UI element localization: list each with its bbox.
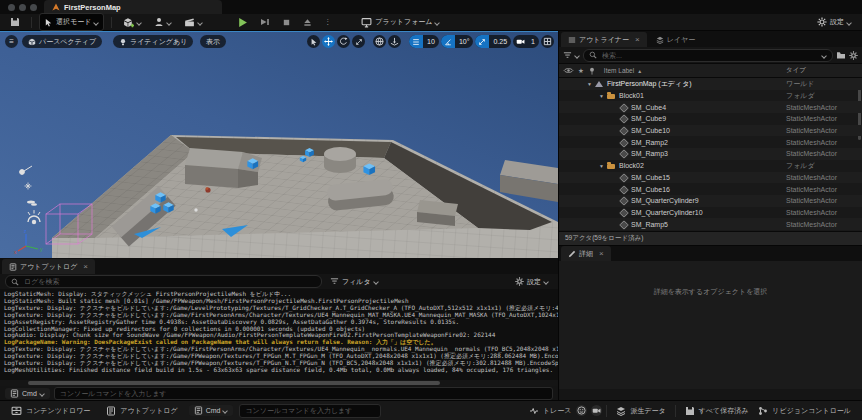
add-actor-button[interactable] <box>119 15 146 30</box>
pin-icon[interactable] <box>588 67 596 75</box>
camera-speed-value[interactable]: 1 <box>527 38 539 45</box>
statusbar-console-input[interactable] <box>239 404 381 418</box>
outliner-row[interactable]: ▼ SM_Cube15 StaticMeshActor <box>559 172 862 184</box>
view-mode-dropdown[interactable]: ライティングあり <box>113 35 193 48</box>
outliner-row[interactable]: ▼ SM_QuarterCylinder10 StaticMeshActor <box>559 207 862 219</box>
level-viewport[interactable]: z x y ≡ パースペクティブ ライティングあり 表示 10 10° <box>0 31 558 258</box>
outliner-search-box[interactable] <box>583 49 833 62</box>
derived-data-button[interactable]: 派生データ <box>611 401 670 420</box>
chevron-down-icon[interactable] <box>575 53 580 58</box>
play-button[interactable] <box>233 15 252 30</box>
tab-outliner[interactable]: アウトライナー × <box>561 32 647 47</box>
trace-button[interactable]: トレース <box>524 401 577 420</box>
outliner-row[interactable]: ▼ SM_Cube9 StaticMeshActor <box>559 113 862 125</box>
move-tool-button[interactable] <box>322 35 335 48</box>
outliner-row[interactable]: ▼ SM_Ramp2 StaticMeshActor <box>559 136 862 148</box>
outliner-row[interactable]: ▼ SM_Ramp5 StaticMeshActor <box>559 218 862 230</box>
settings-dropdown[interactable]: 設定 <box>813 15 856 29</box>
rotation-snap-toggle[interactable] <box>441 35 455 48</box>
outliner-tab-bar: アウトライナー × レイヤー <box>559 31 862 47</box>
console-command-input[interactable] <box>54 387 553 400</box>
log-filters-dropdown[interactable]: フィルタ <box>326 275 383 289</box>
save-button[interactable] <box>6 15 24 29</box>
grid-snap-value[interactable]: 10 <box>423 38 439 45</box>
play-options-button[interactable]: ⋮ <box>320 16 335 28</box>
gear-icon[interactable] <box>849 51 858 60</box>
chevron-down-icon <box>223 408 228 413</box>
actor-label: SM_Cube16 <box>631 186 670 193</box>
selection-mode-dropdown[interactable]: 選択モード <box>39 13 104 31</box>
scrollbar-thumb[interactable] <box>28 381 440 385</box>
statusbar-console-dropdown[interactable]: Cmd <box>189 405 234 416</box>
content-drawer-button[interactable]: コンテンツドロワー <box>6 401 95 420</box>
eject-button[interactable] <box>299 16 316 29</box>
feedback-button[interactable] <box>576 405 587 416</box>
expander-arrow-icon[interactable]: ▼ <box>587 81 595 87</box>
screenshot-button[interactable] <box>591 405 602 416</box>
column-type[interactable]: タイプ <box>786 66 806 75</box>
rotation-snap-value[interactable]: 10° <box>455 38 474 45</box>
rotate-tool-button[interactable] <box>337 35 350 48</box>
window-minimize-button[interactable] <box>19 4 26 11</box>
scale-snap-toggle[interactable] <box>475 35 489 48</box>
outliner-row[interactable]: ▼ Block01 フォルダ <box>559 90 862 102</box>
log-message-list[interactable]: LogStaticMesh: Display: スタティックメッシュ First… <box>0 289 558 380</box>
expander-arrow-icon[interactable]: ▼ <box>599 93 607 99</box>
outliner-row[interactable]: ▼ SM_Cube10 StaticMeshActor <box>559 125 862 137</box>
outliner-row[interactable]: ▼ SM_Ramp3 StaticMeshActor <box>559 148 862 160</box>
close-icon[interactable]: × <box>83 262 88 271</box>
scale-snap-value[interactable]: 0.25 <box>489 38 511 45</box>
eye-icon[interactable] <box>563 67 574 74</box>
window-close-button[interactable] <box>8 4 15 11</box>
tab-firstpersonmap[interactable]: FirstPersonMap <box>44 0 222 14</box>
console-type-dropdown[interactable]: Cmd <box>5 388 50 399</box>
grid-snap-toggle[interactable] <box>409 35 423 48</box>
tab-layers[interactable]: レイヤー <box>649 32 703 47</box>
create-folder-icon[interactable] <box>836 50 846 60</box>
clapperboard-icon <box>184 17 195 28</box>
outliner-row[interactable]: ▼ FirstPersonMap (エディタ) ワールド <box>559 78 862 90</box>
log-search-box[interactable] <box>5 275 322 288</box>
show-flags-dropdown[interactable]: 表示 <box>200 35 226 48</box>
stop-button[interactable] <box>278 16 295 29</box>
select-tool-button[interactable] <box>307 35 320 48</box>
outliner-row[interactable]: ▼ SM_Cube4 StaticMeshActor <box>559 101 862 113</box>
frame-skip-button[interactable] <box>256 15 274 29</box>
star-icon[interactable]: ★ <box>578 67 584 75</box>
scale-tool-button[interactable] <box>352 35 365 48</box>
revision-control-button[interactable]: リビジョンコントロール <box>753 401 856 420</box>
log-settings-dropdown[interactable]: 設定 <box>511 275 553 289</box>
perspective-dropdown[interactable]: パースペクティブ <box>22 35 102 48</box>
tab-output-log[interactable]: アウトプットログ × <box>2 259 95 274</box>
maximize-viewport-button[interactable] <box>541 35 554 48</box>
outliner-row[interactable]: ▼ SM_QuarterCylinder9 StaticMeshActor <box>559 195 862 207</box>
outliner-row[interactable]: ▼ Block02 フォルダ <box>559 160 862 172</box>
outliner-row[interactable]: ▼ SM_Cube16 StaticMeshActor <box>559 183 862 195</box>
row-type-icon <box>607 162 617 170</box>
camera-speed-button[interactable] <box>513 35 527 48</box>
platforms-dropdown[interactable]: プラットフォーム <box>357 15 444 30</box>
outliner-column-header[interactable]: ★ Item Label ▲ タイプ <box>559 63 862 78</box>
window-zoom-button[interactable] <box>30 4 37 11</box>
cinematics-button[interactable] <box>180 15 207 30</box>
column-item-label[interactable]: Item Label <box>604 67 634 74</box>
surface-snapping-button[interactable] <box>388 35 401 48</box>
main-toolbar: 選択モード ⋮ プラットフォーム 設定 <box>0 14 862 31</box>
close-icon[interactable]: × <box>635 35 640 44</box>
blueprints-button[interactable] <box>150 15 176 29</box>
output-log-button[interactable]: アウトプットログ <box>101 401 182 420</box>
outliner-search-input[interactable] <box>600 51 819 60</box>
details-empty-message: 詳細を表示するオブジェクトを選択 <box>654 288 768 295</box>
expander-arrow-icon[interactable]: ▼ <box>599 163 607 169</box>
chevron-down-icon[interactable] <box>822 53 827 58</box>
chevron-down-icon <box>435 20 440 25</box>
close-icon[interactable]: × <box>599 249 604 258</box>
log-horizontal-scrollbar[interactable] <box>0 380 558 386</box>
world-coordinate-button[interactable] <box>373 35 386 48</box>
viewport-options-button[interactable]: ≡ <box>5 35 18 48</box>
tab-details[interactable]: 詳細 × <box>561 246 611 261</box>
log-search-input[interactable] <box>22 277 316 286</box>
source-control-save-button[interactable]: すべて保存済み <box>680 401 754 420</box>
log-document-icon <box>9 263 17 271</box>
filter-icon[interactable] <box>563 51 572 60</box>
